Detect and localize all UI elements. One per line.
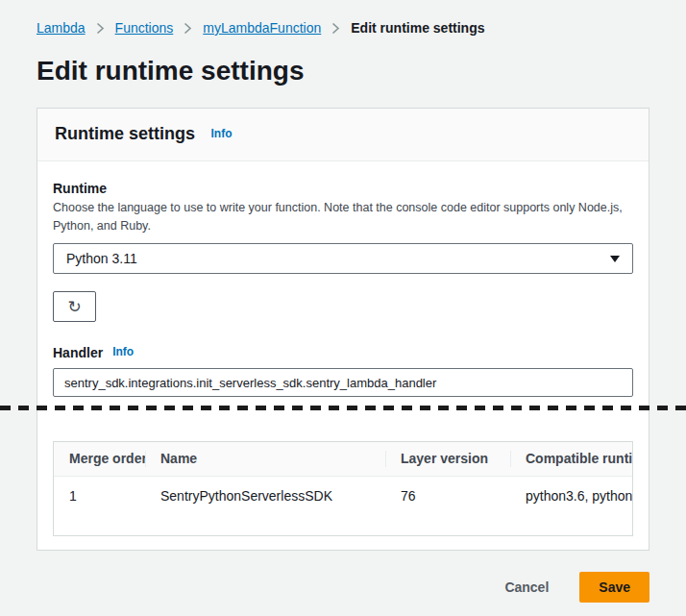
handler-label-row: Handler Info bbox=[53, 343, 633, 362]
layers-table-header-row: Merge order Name Layer version Compatibl… bbox=[54, 442, 633, 477]
card-title: Runtime settings bbox=[55, 124, 195, 143]
breadcrumb-link-functions[interactable]: Functions bbox=[115, 20, 174, 36]
runtime-select-value: Python 3.11 bbox=[66, 251, 137, 266]
breadcrumb-chevron-icon bbox=[96, 22, 105, 35]
breadcrumb-current: Edit runtime settings bbox=[351, 20, 484, 36]
runtime-description-line2: Python, and Ruby. bbox=[53, 219, 151, 233]
cell-compatible-runtimes: python3.6, python bbox=[510, 477, 633, 515]
cell-merge-order: 1 bbox=[54, 477, 145, 515]
breadcrumb-chevron-icon bbox=[184, 22, 192, 35]
column-header-merge-order[interactable]: Merge order bbox=[54, 442, 145, 476]
table-row: 1 SentryPythonServerlessSDK 76 python3.6… bbox=[54, 477, 633, 515]
handler-label: Handler bbox=[53, 343, 103, 362]
refresh-icon: ↻ bbox=[67, 299, 81, 315]
dashed-cut-divider bbox=[0, 406, 686, 410]
cell-layer-version: 76 bbox=[385, 477, 510, 515]
select-caret-icon bbox=[610, 256, 620, 262]
layers-table: Merge order Name Layer version Compatibl… bbox=[53, 441, 633, 536]
page-title: Edit runtime settings bbox=[37, 53, 649, 89]
runtime-description: Choose the language to use to write your… bbox=[53, 199, 633, 235]
runtime-settings-card-header: Runtime settings Info bbox=[37, 109, 649, 161]
runtime-description-line1: Choose the language to use to write your… bbox=[53, 201, 623, 214]
column-header-name[interactable]: Name bbox=[145, 442, 385, 476]
edit-runtime-settings-page: Lambda Functions myLambdaFunction Edit r… bbox=[0, 0, 686, 603]
footer-actions: Cancel Save bbox=[37, 572, 649, 603]
runtime-settings-card: Runtime settings Info Runtime Choose the… bbox=[37, 108, 649, 551]
handler-info-link[interactable]: Info bbox=[112, 345, 134, 358]
runtime-select[interactable]: Python 3.11 bbox=[53, 243, 633, 274]
runtime-settings-info-link[interactable]: Info bbox=[210, 127, 232, 140]
breadcrumb-link-lambda[interactable]: Lambda bbox=[37, 20, 86, 36]
save-button[interactable]: Save bbox=[579, 572, 649, 603]
cancel-button[interactable]: Cancel bbox=[499, 579, 554, 596]
refresh-runtimes-button[interactable]: ↻ bbox=[53, 291, 96, 322]
breadcrumb: Lambda Functions myLambdaFunction Edit r… bbox=[37, 0, 649, 36]
handler-input[interactable] bbox=[53, 368, 633, 397]
breadcrumb-link-function-name[interactable]: myLambdaFunction bbox=[203, 20, 321, 36]
cell-name: SentryPythonServerlessSDK bbox=[145, 477, 385, 515]
runtime-label: Runtime bbox=[53, 179, 633, 198]
breadcrumb-chevron-icon bbox=[331, 22, 340, 35]
column-header-layer-version[interactable]: Layer version bbox=[385, 442, 510, 476]
column-header-compatible-runtimes[interactable]: Compatible runti bbox=[510, 442, 633, 476]
runtime-settings-card-body: Runtime Choose the language to use to wr… bbox=[37, 161, 649, 550]
